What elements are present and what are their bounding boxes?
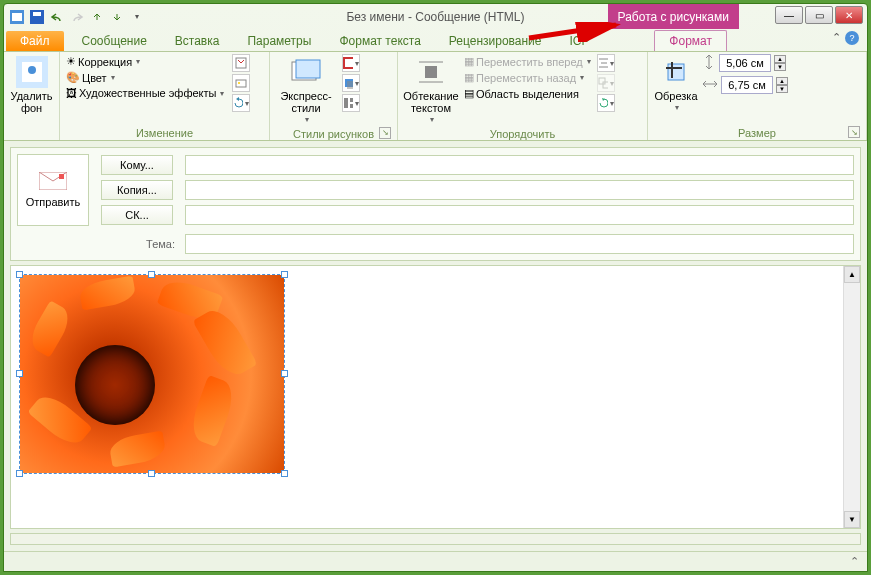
ribbon-minimize-icon[interactable]: ⌃ (832, 31, 841, 45)
remove-bg-icon (16, 56, 48, 88)
wrap-text-button[interactable]: Обтекание текстом▾ (402, 54, 460, 127)
crop-button[interactable]: Обрезка▾ (652, 54, 700, 115)
align-button[interactable]: ▾ (597, 54, 615, 72)
cc-button[interactable]: Копия... (101, 180, 173, 200)
vertical-scrollbar[interactable]: ▲ ▼ (843, 266, 860, 528)
group-label-styles: Стили рисунков (293, 128, 374, 140)
minimize-button[interactable]: — (775, 6, 803, 24)
to-button[interactable]: Кому... (101, 155, 173, 175)
app-window: ▾ Без имени - Сообщение (HTML) Работа с … (3, 3, 868, 572)
picture-effects-button[interactable]: ▾ (342, 74, 360, 92)
window-title: Без имени - Сообщение (HTML) (346, 10, 524, 24)
redo-button[interactable] (68, 8, 86, 26)
qat-customize[interactable]: ▾ (128, 8, 146, 26)
send-backward-icon: ▦ (464, 71, 474, 84)
rotate-button[interactable]: ▾ (597, 94, 615, 112)
width-down[interactable]: ▼ (776, 85, 788, 93)
brightness-icon: ☀ (66, 55, 76, 68)
crop-icon (660, 56, 692, 88)
resize-handle-br[interactable] (281, 470, 288, 477)
bring-forward-icon: ▦ (464, 55, 474, 68)
tab-icp[interactable]: ICP (556, 31, 604, 51)
resize-handle-rm[interactable] (281, 370, 288, 377)
svg-rect-18 (425, 66, 437, 78)
scroll-up-button[interactable]: ▲ (844, 266, 860, 283)
window-controls: — ▭ ✕ (775, 6, 863, 24)
picture-border-button[interactable]: ▾ (342, 54, 360, 72)
tab-format[interactable]: Формат (654, 30, 727, 51)
close-button[interactable]: ✕ (835, 6, 863, 24)
prev-item-button[interactable] (88, 8, 106, 26)
scroll-down-button[interactable]: ▼ (844, 511, 860, 528)
attachment-bar (10, 533, 861, 545)
svg-rect-17 (350, 104, 353, 108)
picture-layout-button[interactable]: ▾ (342, 94, 360, 112)
svg-rect-12 (344, 58, 353, 68)
statusbar: ⌃ (4, 551, 867, 571)
next-item-button[interactable] (108, 8, 126, 26)
tab-review[interactable]: Рецензирование (435, 31, 556, 51)
svg-rect-24 (599, 78, 605, 84)
corrections-button[interactable]: ☀Коррекция▾ (64, 54, 226, 69)
tab-insert[interactable]: Вставка (161, 31, 234, 51)
bcc-button[interactable]: СК... (101, 205, 173, 225)
svg-rect-14 (347, 81, 353, 89)
svg-rect-15 (344, 98, 348, 108)
height-icon (702, 54, 716, 72)
compress-pictures-button[interactable] (232, 54, 250, 72)
tab-options[interactable]: Параметры (233, 31, 325, 51)
svg-point-6 (28, 66, 36, 74)
resize-handle-tm[interactable] (148, 271, 155, 278)
size-dialog-launcher[interactable]: ↘ (848, 126, 860, 138)
resize-handle-lm[interactable] (16, 370, 23, 377)
width-input[interactable] (721, 76, 773, 94)
height-control[interactable]: ▲▼ (702, 54, 788, 72)
quick-styles-button[interactable]: Экспресс-стили▾ (274, 54, 338, 127)
bcc-field[interactable] (185, 205, 854, 225)
cc-field[interactable] (185, 180, 854, 200)
group-label-size: Размер (738, 127, 776, 139)
svg-rect-30 (59, 174, 64, 179)
resize-handle-bm[interactable] (148, 470, 155, 477)
height-down[interactable]: ▼ (774, 63, 786, 71)
width-icon (702, 77, 718, 93)
group-button[interactable]: ▾ (597, 74, 615, 92)
svg-point-9 (238, 82, 240, 84)
height-up[interactable]: ▲ (774, 55, 786, 63)
message-header: Отправить Кому... Копия... СК... Тема: (10, 147, 861, 261)
selection-pane-icon: ▤ (464, 87, 474, 100)
styles-dialog-launcher[interactable]: ↘ (379, 127, 391, 139)
resize-handle-tr[interactable] (281, 271, 288, 278)
wrap-text-icon (415, 56, 447, 88)
send-button[interactable]: Отправить (17, 154, 89, 226)
reset-picture-button[interactable]: ▾ (232, 94, 250, 112)
svg-rect-11 (296, 60, 320, 78)
quick-access-toolbar: ▾ (4, 8, 146, 26)
maximize-button[interactable]: ▭ (805, 6, 833, 24)
tab-file[interactable]: Файл (6, 31, 64, 51)
width-control[interactable]: ▲▼ (702, 76, 788, 94)
group-label-arrange: Упорядочить (490, 128, 555, 140)
bring-forward-button: ▦Переместить вперед▾ (462, 54, 593, 69)
remove-background-button[interactable]: Удалить фон (8, 54, 55, 116)
height-input[interactable] (719, 54, 771, 72)
resize-handle-tl[interactable] (16, 271, 23, 278)
message-body[interactable]: ▲ ▼ (10, 265, 861, 529)
tab-format-text[interactable]: Формат текста (325, 31, 434, 51)
artistic-effects-button[interactable]: 🖼Художественные эффекты▾ (64, 86, 226, 100)
resize-handle-bl[interactable] (16, 470, 23, 477)
help-icon[interactable]: ? (845, 31, 859, 45)
width-up[interactable]: ▲ (776, 77, 788, 85)
undo-button[interactable] (48, 8, 66, 26)
color-button[interactable]: 🎨Цвет▾ (64, 70, 226, 85)
statusbar-expand-icon[interactable]: ⌃ (850, 555, 859, 568)
tab-message[interactable]: Сообщение (68, 31, 161, 51)
selection-pane-button[interactable]: ▤Область выделения (462, 86, 593, 101)
change-picture-button[interactable] (232, 74, 250, 92)
app-icon[interactable] (8, 8, 26, 26)
to-field[interactable] (185, 155, 854, 175)
selected-image[interactable] (19, 274, 285, 474)
subject-field[interactable] (185, 234, 854, 254)
save-button[interactable] (28, 8, 46, 26)
subject-label: Тема: (17, 238, 181, 250)
